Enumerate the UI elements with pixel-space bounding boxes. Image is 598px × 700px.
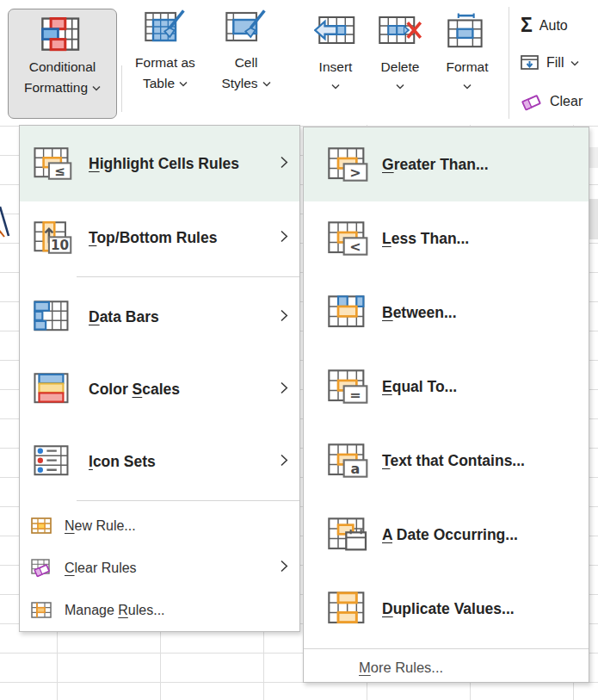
cell-styles-icon	[225, 9, 267, 45]
chevron-right-icon	[281, 230, 288, 243]
duplicate-values-icon	[328, 592, 369, 626]
chevron-right-icon	[281, 560, 288, 573]
conditional-formatting-icon	[41, 17, 84, 57]
menu-item-new-rule[interactable]: New Rule...	[20, 505, 299, 547]
menu-item-label: New Rule...	[65, 518, 136, 534]
svg-text:≤: ≤	[54, 164, 65, 179]
chevron-down-icon	[179, 81, 188, 87]
scrollbar-thumb[interactable]	[589, 199, 598, 239]
ribbon: Conditional Formatting Format as Table C…	[0, 0, 598, 125]
menu-item-label: A Date Occurring...	[382, 526, 518, 544]
chevron-down-icon	[396, 84, 404, 90]
submenu-chevron-right-icon	[281, 453, 288, 471]
menu-item-a-date-occurring[interactable]: A Date Occurring...	[304, 498, 589, 572]
svg-text:<: <	[349, 238, 361, 255]
fill-label: Fill	[546, 55, 564, 71]
chevron-down-icon	[463, 84, 472, 90]
menu-item-manage-rules[interactable]: Manage Rules...	[20, 589, 299, 631]
highlight-cells-rules-submenu: >Greater Than... <Less Than... Between..…	[303, 127, 589, 683]
menu-item-greater-than[interactable]: >Greater Than...	[304, 127, 589, 201]
menu-item-label: Text that Contains...	[382, 452, 525, 470]
chevron-down-icon	[92, 85, 101, 91]
autosum-sigma-icon: Σ	[521, 15, 533, 35]
chevron-right-icon	[281, 309, 288, 322]
menu-item-label: Icon Sets	[89, 453, 156, 471]
menu-item-label: Between...	[382, 304, 457, 322]
menu-item-label: Clear Rules	[65, 561, 137, 576]
menu-separator	[20, 498, 299, 505]
menu-separator	[20, 274, 299, 281]
highlight-cells-icon: ≤	[34, 147, 73, 180]
new-rule-icon	[31, 517, 52, 535]
chevron-down-icon	[331, 84, 340, 90]
svg-text:10: 10	[51, 238, 69, 253]
conditional-formatting-button[interactable]: Conditional Formatting	[8, 9, 117, 119]
chevron-right-icon	[281, 381, 288, 394]
date-occurring-icon	[328, 517, 369, 552]
menu-item-clear-rules[interactable]: Clear Rules	[20, 547, 299, 589]
clear-rules-icon	[31, 559, 52, 578]
fill-icon	[521, 54, 539, 71]
menu-item-label: Manage Rules...	[65, 603, 165, 618]
menu-item-more-rules[interactable]: More Rules...	[304, 653, 589, 682]
menu-item-label: Highlight Cells Rules	[89, 155, 239, 173]
menu-item-duplicate-values[interactable]: Duplicate Values...	[304, 572, 589, 646]
menu-item-label: Data Bars	[89, 308, 159, 326]
menu-item-text-that-contains[interactable]: aText that Contains...	[304, 424, 589, 498]
scrollbar-track[interactable]	[589, 147, 598, 168]
submenu-chevron-right-icon	[281, 155, 288, 173]
submenu-chevron-right-icon	[281, 381, 288, 399]
format-label: Format	[446, 59, 488, 75]
submenu-chevron-right-icon	[281, 229, 288, 247]
menu-item-color-scales[interactable]: Color Scales	[20, 353, 299, 425]
menu-item-equal-to[interactable]: =Equal To...	[304, 350, 589, 424]
clear-button[interactable]: Clear	[521, 91, 598, 112]
menu-separator	[304, 646, 589, 653]
between-icon	[328, 295, 369, 330]
format-as-table-icon	[145, 9, 186, 45]
text-contains-icon: a	[328, 443, 369, 478]
top-bottom-icon: 10	[34, 221, 73, 254]
manage-rules-icon	[31, 602, 52, 619]
format-as-table-button[interactable]: Format as Table	[122, 9, 208, 94]
chevron-right-icon	[281, 454, 288, 467]
menu-item-icon-sets[interactable]: Icon Sets	[20, 425, 299, 498]
insert-button[interactable]: Insert	[307, 12, 364, 90]
conditional-formatting-label-line2: Formatting	[24, 77, 88, 98]
data-bars-icon	[34, 300, 73, 333]
less-than-icon: <	[328, 221, 369, 256]
menu-item-label: More Rules...	[359, 660, 443, 676]
ribbon-group-divider	[509, 7, 509, 119]
chevron-down-icon	[570, 60, 579, 66]
menu-item-label: Color Scales	[89, 381, 180, 399]
autosum-button[interactable]: Σ Auto	[521, 15, 598, 35]
menu-item-highlight-cells-rules[interactable]: ≤Highlight Cells Rules	[20, 126, 299, 201]
chevron-right-icon	[281, 156, 288, 169]
insert-icon	[314, 12, 357, 48]
delete-label: Delete	[381, 59, 420, 75]
format-button[interactable]: Format	[435, 12, 499, 90]
autosum-label: Auto	[539, 18, 568, 34]
svg-text:=: =	[349, 387, 361, 403]
submenu-chevron-right-icon	[281, 560, 288, 576]
menu-item-label: Less Than...	[382, 230, 469, 248]
menu-item-label: Greater Than...	[382, 156, 489, 174]
menu-item-top-bottom-rules[interactable]: 10Top/Bottom Rules	[20, 201, 299, 274]
menu-item-less-than[interactable]: <Less Than...	[304, 201, 589, 276]
clear-eraser-icon	[521, 91, 543, 112]
format-as-table-label-line2: Table	[143, 73, 175, 94]
clear-label: Clear	[550, 94, 583, 109]
delete-icon	[379, 12, 422, 48]
format-icon	[447, 12, 487, 48]
svg-text:>: >	[349, 164, 361, 181]
menu-item-label: Top/Bottom Rules	[89, 229, 217, 247]
excel-window: Conditional Formatting Format as Table C…	[0, 0, 598, 700]
delete-button[interactable]: Delete	[370, 12, 430, 90]
menu-item-between[interactable]: Between...	[304, 276, 589, 350]
color-scales-icon	[34, 373, 73, 406]
insert-label: Insert	[319, 59, 353, 75]
menu-item-data-bars[interactable]: Data Bars	[20, 281, 299, 353]
icon-sets-icon	[34, 445, 73, 478]
cell-styles-button[interactable]: Cell Styles	[211, 9, 281, 94]
fill-button[interactable]: Fill	[521, 54, 598, 71]
